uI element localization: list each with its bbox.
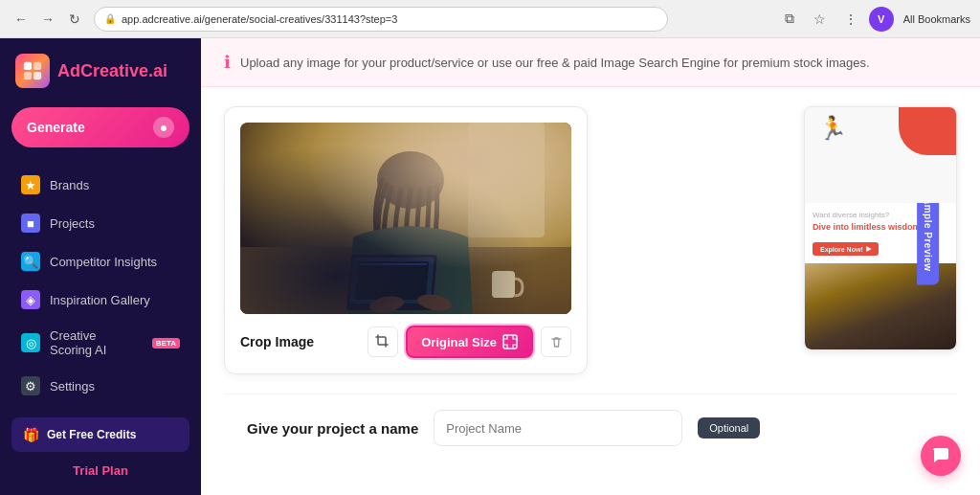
trial-label: Trial Plan <box>11 460 189 482</box>
sidebar-item-brands[interactable]: ★ Brands <box>11 167 189 203</box>
sidebar-settings-label: Settings <box>50 379 95 394</box>
svg-rect-14 <box>492 271 515 298</box>
crop-icon <box>375 334 390 349</box>
svg-rect-5 <box>240 123 571 314</box>
crop-button[interactable] <box>368 326 398 357</box>
info-text: Upload any image for your product/servic… <box>240 56 870 70</box>
preview-cta-button: Explore Now! ▶ <box>813 242 879 256</box>
app-container: AdCreative.ai Generate ● ★ Brands ■ Proj… <box>0 38 980 495</box>
original-size-label: Original Size <box>421 335 497 349</box>
top-info-bar: ℹ Upload any image for your product/serv… <box>201 38 980 87</box>
reload-button[interactable]: ↻ <box>63 8 86 31</box>
chat-button[interactable] <box>921 436 961 476</box>
sidebar-bottom: 🎁 Get Free Credits Trial Plan <box>11 406 189 482</box>
sidebar-brands-label: Brands <box>50 178 89 192</box>
gallery-icon: ◈ <box>21 290 40 309</box>
photo-bg <box>240 123 571 314</box>
project-name-label: Give your project a name <box>247 420 418 437</box>
logo-icon <box>15 54 50 88</box>
browser-nav-buttons: ← → ↻ <box>10 8 86 31</box>
beta-badge: BETA <box>152 338 180 349</box>
more-button[interactable]: ⋮ <box>838 7 863 32</box>
back-button[interactable]: ← <box>10 8 33 31</box>
optional-badge: Optional <box>698 417 760 439</box>
image-controls: Crop Image Original Size <box>240 326 571 358</box>
svg-rect-15 <box>468 123 545 237</box>
chat-icon <box>931 446 950 465</box>
bookmarks-label: All Bookmarks <box>903 13 970 25</box>
generate-label: Generate <box>27 120 85 135</box>
upload-section: Crop Image Original Size <box>224 106 957 374</box>
example-preview: Example Preview 🏃 Want diverse insights?… <box>804 106 957 350</box>
svg-point-13 <box>416 292 453 313</box>
crop-label: Crop Image <box>240 334 314 349</box>
sidebar-item-projects[interactable]: ■ Projects <box>11 205 189 241</box>
star-icon: ★ <box>21 175 40 194</box>
search-icon: 🔍 <box>21 252 40 271</box>
address-bar[interactable]: 🔒 app.adcreative.ai/generate/social-crea… <box>94 7 668 32</box>
profile-button[interactable]: V <box>869 7 894 32</box>
preview-figure: 🏃 <box>818 115 847 142</box>
generate-toggle: ● <box>153 117 174 138</box>
sidebar-item-competitor-insights[interactable]: 🔍 Competitor Insights <box>11 243 189 280</box>
scoring-icon: ◎ <box>21 333 40 352</box>
project-name-row: Give your project a name Optional <box>224 394 957 461</box>
svg-rect-1 <box>33 62 41 70</box>
content-area: Crop Image Original Size <box>201 87 980 495</box>
square-icon: ■ <box>21 214 40 233</box>
forward-button[interactable]: → <box>36 8 59 31</box>
svg-point-7 <box>377 151 444 209</box>
browser-actions: ⧉ ☆ ⋮ V All Bookmarks <box>777 7 970 32</box>
svg-rect-10 <box>355 261 429 300</box>
lock-icon: 🔒 <box>104 13 116 24</box>
url-text: app.adcreative.ai/generate/social-creati… <box>122 13 397 25</box>
logo-area: AdCreative.ai <box>11 54 189 88</box>
logo-ai: .ai <box>148 61 167 80</box>
photo-svg <box>240 123 571 314</box>
resize-icon <box>502 334 518 349</box>
preview-top: 🏃 <box>805 107 956 203</box>
extensions-button[interactable]: ⧉ <box>777 7 802 32</box>
gift-icon: 🎁 <box>23 427 39 442</box>
sidebar-item-settings[interactable]: ⚙ Settings <box>11 368 189 404</box>
svg-rect-16 <box>503 335 517 349</box>
star-button[interactable]: ☆ <box>808 7 833 32</box>
sidebar-item-inspiration-gallery[interactable]: ◈ Inspiration Gallery <box>11 281 189 318</box>
image-preview <box>240 123 571 314</box>
sidebar-projects-label: Projects <box>50 216 95 231</box>
project-name-input[interactable] <box>434 410 682 446</box>
crop-actions: Original Size <box>368 326 571 358</box>
svg-rect-2 <box>24 72 32 79</box>
free-credits-button[interactable]: 🎁 Get Free Credits <box>11 417 189 452</box>
image-card: Crop Image Original Size <box>224 106 588 374</box>
preview-red-shape <box>899 107 956 155</box>
logo-creative: Creative <box>80 61 148 80</box>
svg-rect-0 <box>24 62 32 70</box>
settings-icon: ⚙ <box>21 376 40 395</box>
svg-rect-4 <box>240 123 571 314</box>
original-size-button[interactable]: Original Size <box>406 326 533 358</box>
sidebar-competitor-label: Competitor Insights <box>50 255 157 269</box>
sidebar-item-creative-scoring[interactable]: ◎ Creative Scoring AI BETA <box>11 320 189 366</box>
preview-cta-label: Explore Now! <box>820 246 863 253</box>
logo-ad: Ad <box>57 61 80 80</box>
logo-text: AdCreative.ai <box>57 61 167 81</box>
generate-button[interactable]: Generate ● <box>11 107 189 147</box>
sidebar-scoring-label: Creative Scoring AI <box>50 328 141 357</box>
info-icon: ℹ <box>224 52 231 73</box>
svg-point-12 <box>368 294 405 314</box>
svg-rect-6 <box>240 247 571 314</box>
logo-svg <box>22 60 43 81</box>
svg-rect-3 <box>33 72 41 79</box>
svg-rect-8 <box>346 255 437 310</box>
svg-rect-11 <box>360 263 427 265</box>
trash-icon <box>549 335 564 349</box>
delete-button[interactable] <box>541 326 571 357</box>
free-credits-label: Get Free Credits <box>47 428 136 441</box>
browser-chrome: ← → ↻ 🔒 app.adcreative.ai/generate/socia… <box>0 0 980 38</box>
main-content: ℹ Upload any image for your product/serv… <box>201 38 980 495</box>
preview-cta-icon: ▶ <box>866 245 871 253</box>
sidebar: AdCreative.ai Generate ● ★ Brands ■ Proj… <box>0 38 201 495</box>
svg-rect-9 <box>349 258 434 304</box>
sidebar-gallery-label: Inspiration Gallery <box>50 293 150 307</box>
